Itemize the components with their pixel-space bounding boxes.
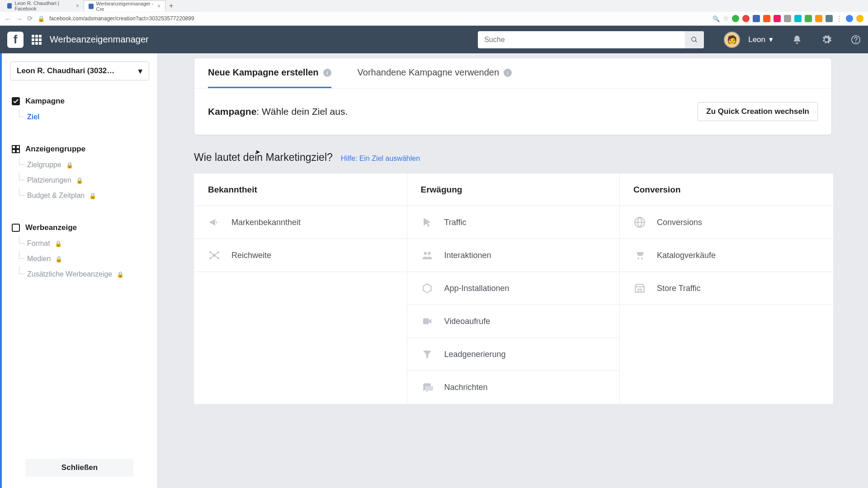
- extension-icon[interactable]: [753, 15, 760, 22]
- nav-sub-label: Platzierungen: [27, 176, 71, 184]
- back-icon[interactable]: ←: [5, 15, 11, 23]
- svg-point-0: [692, 37, 696, 41]
- zoom-icon[interactable]: 🔍: [712, 15, 720, 22]
- svg-rect-7: [12, 150, 15, 153]
- extension-icon[interactable]: [805, 15, 812, 22]
- info-icon[interactable]: i: [323, 69, 331, 77]
- tab-title: Leon R. Chaudhari | Facebook: [14, 0, 73, 11]
- goal-catalog-sales[interactable]: Katalogverkäufe: [620, 239, 833, 272]
- nav-head-label: Anzeigengruppe: [25, 145, 85, 154]
- sidebar-item-medien: Medien 🔒: [2, 251, 157, 267]
- star-icon[interactable]: ☆: [723, 14, 729, 23]
- facebook-icon: [89, 4, 94, 9]
- nav-head-ad[interactable]: Werbeanzeige: [2, 220, 157, 236]
- facebook-logo[interactable]: f: [7, 32, 24, 48]
- help-icon[interactable]: [851, 35, 861, 45]
- sidebar-item-platzierungen: Platzierungen 🔒: [2, 173, 157, 188]
- tab-new-campaign[interactable]: Neue Kampagne erstellen i: [208, 67, 331, 88]
- extension-icon[interactable]: [742, 15, 750, 22]
- goal-table: Bekanntheit Erwägung Conversion Markenbe…: [194, 174, 833, 404]
- search-input[interactable]: [478, 36, 685, 44]
- goal-messages[interactable]: Nachrichten: [407, 371, 620, 404]
- extension-icon[interactable]: [784, 15, 791, 22]
- col-awareness: Bekanntheit: [194, 174, 407, 206]
- extension-icon[interactable]: [794, 15, 802, 22]
- extension-icon[interactable]: [826, 15, 833, 22]
- avatar[interactable]: 🧑: [724, 32, 740, 48]
- menu-icon[interactable]: ⋮: [836, 14, 843, 23]
- chevron-down-icon: ▾: [138, 66, 142, 76]
- quick-creation-button[interactable]: Zu Quick Creation wechseln: [698, 102, 818, 121]
- nav-head-label: Werbeanzeige: [25, 223, 77, 232]
- close-icon[interactable]: ×: [76, 3, 79, 9]
- funnel-icon: [421, 348, 434, 361]
- user-name: Leon: [748, 35, 765, 44]
- goal-label: Interaktionen: [444, 251, 491, 260]
- lock-icon: 🔒: [38, 15, 45, 22]
- goal-label: App-Installationen: [444, 284, 509, 293]
- goal-conversions[interactable]: Conversions: [620, 206, 833, 239]
- reload-icon[interactable]: ⟳: [27, 14, 33, 23]
- goal-app-installs[interactable]: App-Installationen: [407, 272, 620, 305]
- extension-icon[interactable]: [732, 15, 739, 22]
- col-consideration: Erwägung: [407, 174, 620, 206]
- goal-traffic[interactable]: Traffic: [407, 206, 620, 239]
- nav-head-campaign[interactable]: Kampagne: [2, 93, 157, 109]
- globe-icon: [633, 216, 646, 229]
- apps-grid-icon[interactable]: [32, 35, 42, 45]
- bell-icon[interactable]: [792, 35, 802, 45]
- account-dropdown[interactable]: Leon R. Chaudhari (3032… ▾: [10, 61, 149, 80]
- campaign-label: Kampagne: [208, 106, 256, 117]
- tab-title: Werbeanzeigenmanager - Cre: [96, 1, 155, 12]
- sidebar-item-ziel[interactable]: Ziel: [2, 109, 157, 125]
- tab-bar: Leon R. Chaudhari | Facebook × Werbeanze…: [0, 0, 868, 12]
- gear-icon[interactable]: [821, 34, 832, 45]
- checkbox-icon: [12, 97, 20, 105]
- close-button[interactable]: Schließen: [26, 459, 133, 477]
- extension-icon[interactable]: [856, 15, 863, 22]
- goal-help-link[interactable]: Hilfe: Ein Ziel auswählen: [341, 155, 420, 163]
- sidebar: Leon R. Chaudhari (3032… ▾ Kampagne Ziel…: [0, 53, 158, 488]
- browser-tab[interactable]: Leon R. Chaudhari | Facebook ×: [3, 0, 84, 11]
- store-icon: [633, 282, 646, 295]
- nav-head-adset[interactable]: Anzeigengruppe: [2, 141, 157, 157]
- search-button[interactable]: [685, 31, 704, 48]
- close-icon[interactable]: ×: [157, 3, 160, 9]
- campaign-tabs: Neue Kampagne erstellen i Vorhandene Kam…: [194, 58, 831, 89]
- goal-engagement[interactable]: Interaktionen: [407, 239, 620, 272]
- goal-reach[interactable]: Reichweite: [194, 239, 407, 272]
- cart-icon: [633, 249, 646, 262]
- goal-store-traffic[interactable]: Store Traffic: [620, 272, 833, 305]
- nav-section-ad: Werbeanzeige Format 🔒 Medien 🔒 Zusätzlic…: [2, 218, 157, 284]
- goal-brand-awareness[interactable]: Markenbekanntheit: [194, 206, 407, 239]
- svg-rect-9: [12, 224, 19, 231]
- user-menu[interactable]: Leon ▾: [748, 35, 773, 44]
- nav-sub-label: Zielgruppe: [27, 161, 61, 169]
- app-title: Werbeanzeigenmanager: [50, 34, 149, 45]
- chat-icon: [421, 381, 434, 394]
- browser-tab[interactable]: Werbeanzeigenmanager - Cre ×: [84, 0, 165, 11]
- svg-rect-5: [12, 145, 15, 149]
- nav-section-adset: Anzeigengruppe Zielgruppe 🔒 Platzierunge…: [2, 139, 157, 205]
- extension-icon[interactable]: [763, 15, 770, 22]
- sidebar-item-zielgruppe: Zielgruppe 🔒: [2, 157, 157, 173]
- goal-lead-gen[interactable]: Leadgenerierung: [407, 338, 620, 371]
- nav-sub-label: Zusätzliche Werbeanzeige: [27, 270, 112, 278]
- box-icon: [421, 282, 434, 295]
- goal-label: Katalogverkäufe: [657, 251, 716, 260]
- goal-label: Store Traffic: [657, 284, 701, 293]
- profile-icon[interactable]: [846, 15, 853, 22]
- app-topbar: f Werbeanzeigenmanager 🧑 Leon ▾: [0, 26, 868, 53]
- svg-rect-6: [16, 145, 19, 149]
- info-icon[interactable]: i: [504, 69, 512, 77]
- extension-icon[interactable]: [774, 15, 781, 22]
- tab-existing-campaign[interactable]: Vorhandene Kampagne verwenden i: [358, 67, 512, 88]
- goal-video-views[interactable]: Videoaufrufe: [407, 305, 620, 338]
- goal-label: Nachrichten: [444, 383, 488, 392]
- new-tab-button[interactable]: +: [165, 2, 177, 10]
- nav-sub-label: Format: [27, 239, 50, 248]
- extension-icon[interactable]: [815, 15, 822, 22]
- goal-label: Reichweite: [231, 251, 271, 260]
- svg-point-18: [637, 258, 639, 259]
- url-text[interactable]: facebook.com/adsmanager/creation?act=303…: [49, 15, 708, 22]
